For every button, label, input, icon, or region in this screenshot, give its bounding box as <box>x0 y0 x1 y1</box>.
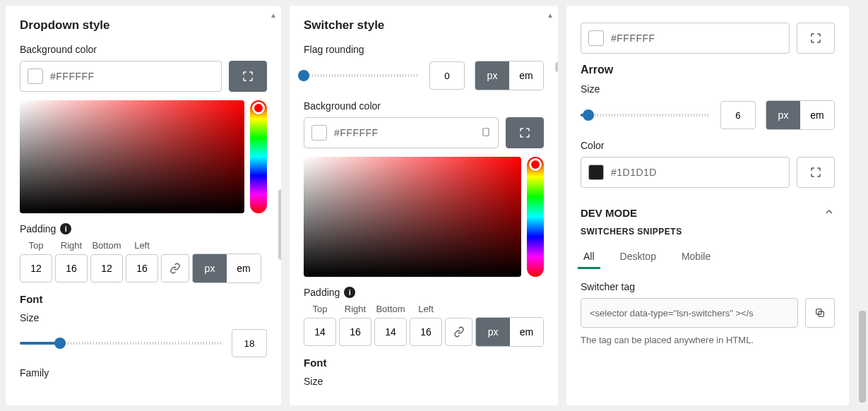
pad-left-input[interactable] <box>410 318 442 346</box>
copy-button[interactable] <box>805 298 835 328</box>
arrow-size-value[interactable] <box>720 101 756 129</box>
pad-top-input[interactable] <box>20 254 52 282</box>
tab-all[interactable]: All <box>581 246 598 269</box>
expand-button[interactable] <box>506 117 544 148</box>
pad-col-bottom: Bottom <box>374 304 407 314</box>
expand-button[interactable] <box>797 23 835 54</box>
unit-em[interactable]: em <box>227 254 261 282</box>
bg-color-value: #FFFFFF <box>334 127 379 138</box>
scrollbar-icon[interactable] <box>555 62 558 72</box>
unit-px[interactable]: px <box>475 61 509 90</box>
dev-sub-label: SWITCHERS SNIPPETS <box>581 227 835 237</box>
color-swatch-icon <box>28 68 43 84</box>
pad-col-bottom: Bottom <box>90 240 123 251</box>
pad-bottom-input[interactable] <box>90 254 123 282</box>
pad-col-top: Top <box>304 304 336 314</box>
dev-mode-title: DEV MODE <box>581 207 637 219</box>
font-size-label: Size <box>304 376 544 387</box>
pad-col-left: Left <box>410 304 442 314</box>
pad-col-right: Right <box>339 304 371 314</box>
bg-color-value: #FFFFFF <box>611 32 655 44</box>
color-swatch-icon <box>588 30 604 46</box>
pad-right-input[interactable] <box>339 318 371 346</box>
font-size-value[interactable] <box>232 329 267 357</box>
eyedropper-icon[interactable] <box>481 127 491 139</box>
bg-color-label: Background color <box>20 44 267 55</box>
unit-em[interactable]: em <box>800 101 834 129</box>
bg-color-label: Background color <box>304 100 544 112</box>
hue-slider[interactable] <box>250 100 267 213</box>
pad-bottom-input[interactable] <box>374 318 407 346</box>
arrow-color-label: Color <box>581 140 835 151</box>
tab-desktop[interactable]: Desktop <box>617 246 659 269</box>
unit-em[interactable]: em <box>510 318 543 346</box>
pad-col-left: Left <box>126 240 158 251</box>
padding-label: Padding <box>20 223 56 234</box>
bg-color-field[interactable]: #FFFFFF <box>581 23 790 54</box>
arrow-section-title: Arrow <box>581 64 835 76</box>
info-icon[interactable]: i <box>60 223 71 234</box>
pad-left-input[interactable] <box>126 254 158 282</box>
bg-color-field[interactable]: #FFFFFF <box>304 117 499 148</box>
unit-toggle[interactable]: px em <box>475 61 544 90</box>
arrow-color-field[interactable]: #1D1D1D <box>581 157 790 188</box>
flag-rounding-value[interactable] <box>429 61 465 90</box>
padding-label: Padding <box>304 287 340 298</box>
arrow-size-slider[interactable] <box>581 108 711 122</box>
pad-col-right: Right <box>55 240 88 251</box>
expand-button[interactable] <box>229 61 267 92</box>
chevron-up-icon[interactable] <box>824 206 835 220</box>
pad-right-input[interactable] <box>55 254 88 282</box>
hue-slider[interactable] <box>527 157 544 277</box>
info-icon[interactable]: i <box>344 287 355 298</box>
unit-px[interactable]: px <box>476 318 509 346</box>
color-swatch-icon <box>588 165 604 180</box>
bg-color-value: #FFFFFF <box>50 71 95 82</box>
unit-px[interactable]: px <box>766 101 800 129</box>
font-family-label: Family <box>20 367 267 379</box>
link-values-button[interactable] <box>445 318 472 346</box>
color-picker-gradient[interactable] <box>304 157 544 277</box>
switcher-tag-input[interactable] <box>581 298 798 328</box>
tab-mobile[interactable]: Mobile <box>679 246 713 269</box>
font-size-label: Size <box>20 312 267 323</box>
scroll-up-icon: ▲ <box>547 11 554 19</box>
font-size-slider[interactable] <box>20 336 222 350</box>
expand-button[interactable] <box>797 157 835 188</box>
flag-rounding-label: Flag rounding <box>304 44 544 55</box>
dropdown-style-title: Dropdown style <box>20 18 267 32</box>
link-values-button[interactable] <box>161 254 189 282</box>
unit-px[interactable]: px <box>193 254 227 282</box>
page-scrollbar[interactable] <box>859 311 866 403</box>
pad-col-top: Top <box>20 240 52 251</box>
snippets-tabs: All Desktop Mobile <box>581 246 835 270</box>
unit-toggle[interactable]: px em <box>766 100 835 130</box>
scrollbar-icon[interactable] <box>278 189 281 260</box>
bg-color-field[interactable]: #FFFFFF <box>20 61 222 92</box>
unit-toggle[interactable]: px em <box>475 317 544 347</box>
pad-top-input[interactable] <box>304 318 336 346</box>
switcher-tag-hint: The tag can be placed anywhere in HTML. <box>581 335 835 345</box>
svg-rect-0 <box>483 128 489 136</box>
switcher-style-title: Switcher style <box>304 18 544 32</box>
font-section-title: Font <box>304 357 544 369</box>
arrow-color-value: #1D1D1D <box>611 167 657 178</box>
flag-rounding-slider[interactable] <box>304 68 420 83</box>
unit-em[interactable]: em <box>509 61 543 90</box>
color-swatch-icon <box>311 125 327 141</box>
switcher-tag-label: Switcher tag <box>581 281 835 292</box>
font-section-title: Font <box>20 293 267 305</box>
arrow-size-label: Size <box>581 83 835 95</box>
color-picker-gradient[interactable] <box>20 100 267 213</box>
scroll-up-icon: ▲ <box>270 11 277 19</box>
unit-toggle[interactable]: px em <box>192 254 261 283</box>
